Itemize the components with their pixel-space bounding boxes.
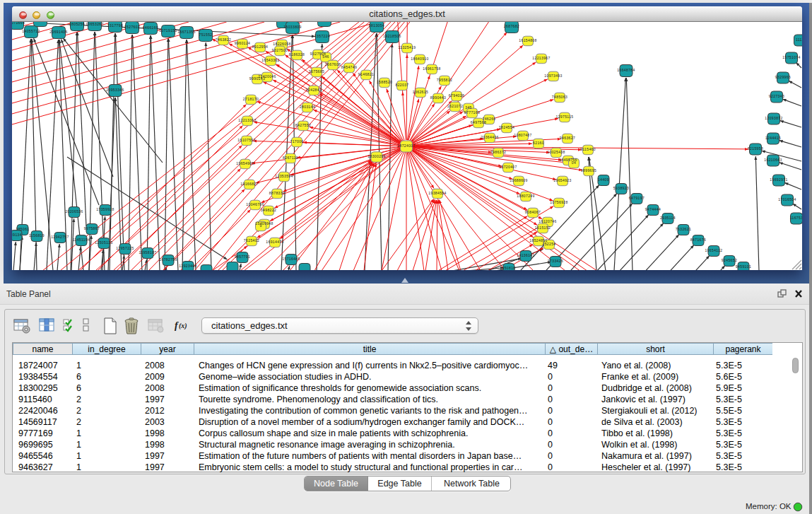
svg-text:20364436: 20364436 <box>481 135 498 139</box>
svg-text:2935114: 2935114 <box>660 216 676 220</box>
svg-text:10807487: 10807487 <box>514 133 531 137</box>
svg-text:9115460: 9115460 <box>580 147 596 151</box>
svg-text:116753: 116753 <box>790 216 802 220</box>
svg-text:8454749: 8454749 <box>341 65 357 69</box>
svg-text:15751074: 15751074 <box>782 55 800 59</box>
svg-text:717006: 717006 <box>290 139 303 144</box>
svg-text:1588520: 1588520 <box>377 80 392 84</box>
svg-text:7986372: 7986372 <box>490 150 506 154</box>
svg-text:39134: 39134 <box>12 233 22 237</box>
svg-text:20691406: 20691406 <box>49 30 67 34</box>
svg-text:8990443: 8990443 <box>430 95 446 100</box>
svg-text:19166827: 19166827 <box>240 182 258 186</box>
svg-text:9242843: 9242843 <box>306 88 322 92</box>
svg-text:10025438: 10025438 <box>547 150 565 154</box>
svg-text:10653267: 10653267 <box>86 22 103 26</box>
svg-text:2803144: 2803144 <box>300 105 315 109</box>
svg-text:3498222: 3498222 <box>261 208 276 212</box>
svg-text:10756928: 10756928 <box>550 200 567 204</box>
svg-text:15720407: 15720407 <box>499 165 517 169</box>
svg-text:8813054: 8813054 <box>369 23 384 28</box>
svg-text:19218506: 19218506 <box>383 34 401 38</box>
svg-text:9960124: 9960124 <box>235 41 250 45</box>
svg-text:9146821: 9146821 <box>358 72 374 76</box>
svg-text:822037: 822037 <box>395 83 408 87</box>
svg-text:1071664: 1071664 <box>12 22 25 25</box>
svg-text:7485063: 7485063 <box>552 95 567 99</box>
svg-text:950816: 950816 <box>502 266 515 270</box>
svg-text:18300295: 18300295 <box>367 154 385 158</box>
svg-text:19384554: 19384554 <box>428 191 446 195</box>
svg-text:8427552: 8427552 <box>295 123 311 127</box>
svg-text:11958187: 11958187 <box>139 250 156 255</box>
svg-text:9857791: 9857791 <box>235 255 250 259</box>
svg-text:9463627: 9463627 <box>560 136 575 140</box>
svg-text:1527602: 1527602 <box>124 25 140 29</box>
svg-text:(x): (x) <box>179 322 187 330</box>
svg-text:9474444: 9474444 <box>645 207 661 211</box>
svg-text:10688609: 10688609 <box>510 178 527 182</box>
svg-text:8267110: 8267110 <box>283 156 298 160</box>
svg-text:14136141: 14136141 <box>517 253 534 257</box>
svg-text:9327500: 9327500 <box>272 48 288 52</box>
svg-text:16154808: 16154808 <box>519 38 536 42</box>
svg-text:385061: 385061 <box>16 227 29 231</box>
svg-text:10654112: 10654112 <box>705 248 722 252</box>
svg-text:7955812: 7955812 <box>437 78 452 82</box>
svg-text:19654923: 19654923 <box>553 178 571 182</box>
svg-text:16961758: 16961758 <box>423 66 440 71</box>
svg-text:16107553: 16107553 <box>237 138 255 142</box>
svg-text:9459101: 9459101 <box>736 264 751 269</box>
svg-text:16648784: 16648784 <box>617 68 635 72</box>
svg-text:9245652: 9245652 <box>722 258 737 262</box>
svg-text:9975867: 9975867 <box>84 226 100 230</box>
svg-text:5938923: 5938923 <box>613 186 629 190</box>
svg-text:1156819: 1156819 <box>29 233 45 238</box>
svg-text:1805256: 1805256 <box>69 22 85 26</box>
svg-text:345: 345 <box>465 105 472 110</box>
svg-text:18807249: 18807249 <box>517 194 534 198</box>
svg-text:17359928: 17359928 <box>96 207 114 211</box>
svg-text:18226058: 18226058 <box>273 42 290 46</box>
svg-text:19654905: 19654905 <box>236 161 254 165</box>
svg-text:16782759: 16782759 <box>159 257 177 262</box>
svg-text:12213967: 12213967 <box>532 56 550 60</box>
svg-text:1362615: 1362615 <box>413 90 428 94</box>
svg-text:10973493: 10973493 <box>544 74 562 78</box>
svg-text:3675685: 3675685 <box>309 69 324 74</box>
svg-text:2687682: 2687682 <box>504 24 519 28</box>
svg-text:2718170: 2718170 <box>243 97 259 101</box>
svg-text:16671355: 16671355 <box>177 30 195 34</box>
svg-text:16543362: 16543362 <box>261 58 279 62</box>
svg-text:252254: 252254 <box>542 242 555 246</box>
svg-text:7632621: 7632621 <box>676 227 691 231</box>
svg-text:6479197: 6479197 <box>629 196 645 200</box>
svg-text:04: 04 <box>572 160 576 165</box>
svg-text:8471676: 8471676 <box>690 238 706 242</box>
svg-text:12942757: 12942757 <box>51 235 69 239</box>
svg-text:9: 9 <box>259 223 261 228</box>
svg-text:1244415: 1244415 <box>765 136 781 140</box>
svg-text:15409948: 15409948 <box>255 221 273 226</box>
svg-text:2667608: 2667608 <box>325 62 341 66</box>
svg-text:11325419: 11325419 <box>398 45 416 49</box>
svg-text:6466160: 6466160 <box>143 25 158 30</box>
svg-text:1317798: 1317798 <box>107 23 123 28</box>
svg-text:7463822: 7463822 <box>216 37 231 42</box>
svg-text:18724007: 18724007 <box>397 144 415 148</box>
svg-text:16120746: 16120746 <box>539 219 556 223</box>
svg-text:9084067: 9084067 <box>525 210 541 214</box>
svg-text:1112: 1112 <box>796 37 802 42</box>
svg-text:15716485: 15716485 <box>282 257 300 261</box>
svg-text:16210643: 16210643 <box>764 158 782 162</box>
svg-text:17016504: 17016504 <box>778 197 796 201</box>
svg-text:7357224: 7357224 <box>314 34 330 38</box>
svg-text:12353594: 12353594 <box>275 174 293 178</box>
svg-text:62160: 62160 <box>533 141 544 145</box>
svg-text:9227343: 9227343 <box>769 94 784 98</box>
svg-text:8186328: 8186328 <box>289 52 305 57</box>
svg-text:1733426: 1733426 <box>548 259 563 263</box>
svg-text:6497568: 6497568 <box>471 120 486 124</box>
svg-text:7625402: 7625402 <box>244 238 259 243</box>
svg-text:1615152: 1615152 <box>535 226 551 230</box>
